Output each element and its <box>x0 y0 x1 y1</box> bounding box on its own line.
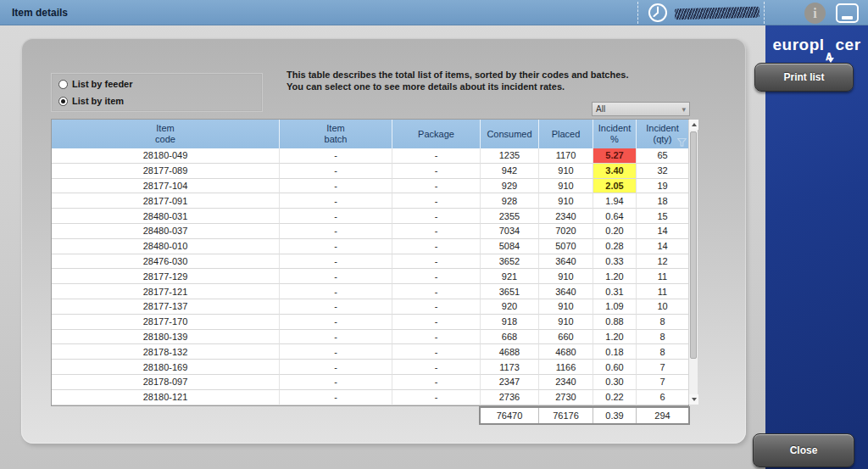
cell-item-code: 28177-089 <box>52 164 280 179</box>
minimize-window-icon[interactable] <box>836 3 859 23</box>
table-row[interactable]: 28180-169 - - 1173 1166 0.60 7 <box>52 360 688 375</box>
cell-placed: 4680 <box>539 344 593 360</box>
table-row[interactable]: 28476-030 - - 3652 3640 0.33 12 <box>52 254 688 270</box>
cell-incident-qty: 8 <box>637 330 688 345</box>
total-incident-pct: 0.39 <box>593 408 637 423</box>
filter-funnel-icon[interactable] <box>677 138 687 147</box>
cell-incident-qty: 14 <box>637 239 688 254</box>
cell-item-batch: - <box>280 344 392 360</box>
cell-consumed: 920 <box>481 299 539 315</box>
cell-item-code: 28180-139 <box>52 330 280 345</box>
cell-item-batch: - <box>280 360 392 375</box>
cell-incident-qty: 7 <box>637 375 688 390</box>
list-mode-group: List by feeder List by item <box>51 73 263 112</box>
table-row[interactable]: 28180-121 - - 2736 2730 0.22 6 <box>52 390 688 405</box>
table-row[interactable]: 28177-104 - - 929 910 2.05 19 <box>52 179 688 194</box>
cell-incident-pct: 3.40 <box>593 164 637 179</box>
cell-item-code: 28177-137 <box>52 299 280 315</box>
cell-item-batch: - <box>280 375 392 390</box>
titlebar-divider <box>637 2 638 24</box>
cell-item-code: 28177-121 <box>52 284 280 299</box>
table-row[interactable]: 28178-132 - - 4688 4680 0.18 8 <box>52 344 688 360</box>
cell-item-code: 28177-170 <box>52 315 280 330</box>
cell-consumed: 2736 <box>481 390 539 405</box>
table-row[interactable]: 28178-097 - - 2347 2340 0.30 7 <box>52 375 688 390</box>
cell-consumed: 928 <box>481 193 539 209</box>
table-row[interactable]: 28177-091 - - 928 910 1.94 18 <box>52 193 688 209</box>
chevron-down-icon: ▾ <box>682 105 686 114</box>
side-panel <box>765 25 868 469</box>
cell-item-batch: - <box>280 390 392 405</box>
cell-item-code: 28178-132 <box>52 344 280 360</box>
header-consumed[interactable]: Consumed <box>481 120 539 148</box>
table-row[interactable]: 28480-010 - - 5084 5070 0.28 14 <box>52 239 688 254</box>
table-row[interactable]: 28177-089 - - 942 910 3.40 32 <box>52 164 688 179</box>
title-bar: Item details i <box>0 0 868 25</box>
filter-dropdown[interactable]: All ▾ <box>592 102 690 116</box>
header-incident-pct[interactable]: Incident % <box>593 120 637 148</box>
description-line-2: You can select one to see more details a… <box>287 81 628 92</box>
cell-incident-pct: 2.05 <box>593 179 637 194</box>
cell-placed: 1170 <box>539 148 593 164</box>
cell-package: - <box>392 148 481 164</box>
cell-placed: 2340 <box>539 375 593 390</box>
cell-consumed: 1173 <box>481 360 539 375</box>
header-incident-qty[interactable]: Incident (qty) <box>637 120 688 148</box>
scroll-up-button[interactable] <box>689 120 698 130</box>
scrollbar-thumb[interactable] <box>690 131 697 359</box>
table-row[interactable]: 28180-049 - - 1235 1170 5.27 65 <box>52 148 688 164</box>
header-item-code[interactable]: Item code <box>52 120 280 148</box>
cell-incident-qty: 7 <box>637 360 688 375</box>
clock-icon <box>648 3 668 23</box>
cell-package: - <box>392 390 481 405</box>
cell-item-batch: - <box>280 315 392 330</box>
cell-placed: 910 <box>539 179 593 194</box>
cell-package: - <box>392 224 481 239</box>
cell-consumed: 4688 <box>481 344 539 360</box>
cell-incident-qty: 32 <box>637 164 688 179</box>
cell-incident-qty: 11 <box>637 269 688 284</box>
table-row[interactable]: 28480-037 - - 7034 7020 0.20 14 <box>52 224 688 239</box>
header-item-batch[interactable]: Item batch <box>280 120 392 148</box>
radio-list-by-feeder[interactable]: List by feeder <box>58 79 133 89</box>
table-scrollbar[interactable] <box>688 120 698 405</box>
scroll-down-button[interactable] <box>689 394 698 405</box>
table-row[interactable]: 28177-121 - - 3651 3640 0.31 11 <box>52 284 688 299</box>
cell-placed: 7020 <box>539 224 593 239</box>
cell-package: - <box>392 209 481 224</box>
total-placed: 76176 <box>539 408 593 423</box>
cell-package: - <box>392 239 481 254</box>
cell-consumed: 2347 <box>481 375 539 390</box>
radio-list-by-item[interactable]: List by item <box>58 96 124 106</box>
table-row[interactable]: 28177-129 - - 921 910 1.20 11 <box>52 269 688 284</box>
cell-package: - <box>392 344 481 360</box>
cell-incident-pct: 1.20 <box>593 330 637 345</box>
cell-item-code: 28177-129 <box>52 269 280 284</box>
cell-placed: 910 <box>539 315 593 330</box>
totals-row: 76470 76176 0.39 294 <box>479 406 690 425</box>
info-icon[interactable]: i <box>804 3 826 24</box>
cell-placed: 910 <box>539 193 593 209</box>
radio-icon <box>58 80 68 89</box>
table-row[interactable]: 28177-137 - - 920 910 1.09 10 <box>52 299 688 315</box>
cell-package: - <box>392 360 481 375</box>
close-button[interactable]: Close <box>753 433 854 467</box>
print-list-button[interactable]: Print list <box>754 63 854 92</box>
cell-incident-pct: 1.09 <box>593 299 637 315</box>
table-row[interactable]: 28180-139 - - 668 660 1.20 8 <box>52 330 688 345</box>
cell-incident-qty: 18 <box>637 193 688 209</box>
cell-item-batch: - <box>280 330 392 345</box>
cell-package: - <box>392 375 481 390</box>
cell-incident-qty: 6 <box>637 390 688 405</box>
cell-incident-pct: 0.64 <box>593 209 637 224</box>
header-package[interactable]: Package <box>392 120 481 148</box>
cell-item-code: 28480-010 <box>52 239 280 254</box>
header-placed[interactable]: Placed <box>539 120 593 148</box>
cell-consumed: 3652 <box>481 254 539 270</box>
cell-incident-pct: 0.30 <box>593 375 637 390</box>
cell-item-code: 28480-037 <box>52 224 280 239</box>
cell-incident-qty: 15 <box>637 209 688 224</box>
cell-incident-pct: 5.27 <box>593 148 637 164</box>
table-row[interactable]: 28177-170 - - 918 910 0.88 8 <box>52 315 688 330</box>
table-row[interactable]: 28480-031 - - 2355 2340 0.64 15 <box>52 209 688 224</box>
